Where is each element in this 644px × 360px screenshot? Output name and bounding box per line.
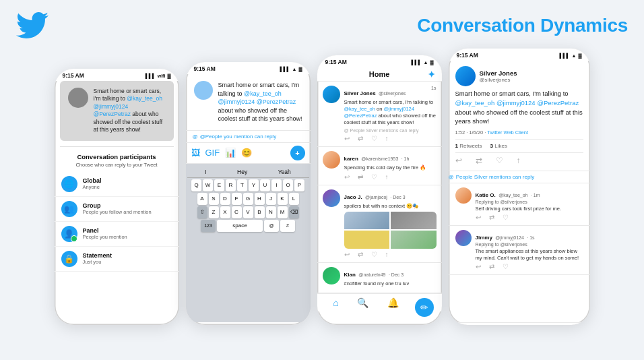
compose-avatar xyxy=(194,81,213,100)
key-row-2: ASDFGHJKL xyxy=(187,193,309,205)
reply-icon[interactable]: ↩ xyxy=(476,263,481,270)
signal-icon: ▌▌▌ xyxy=(560,53,570,58)
phone-4: 9:15 AM ▌▌▌ ▲ ▓ Silver Jones @silverjone… xyxy=(449,49,590,325)
signal-icon: ▌▌▌ xyxy=(146,73,156,78)
tweet-submit-button[interactable]: + xyxy=(290,146,305,160)
emoji-icon[interactable]: 😊 xyxy=(241,148,252,158)
tweet-avatar xyxy=(68,88,88,108)
main-tweet: Silver Jones @silverjones Smart home or … xyxy=(449,61,590,171)
reply-icon[interactable]: ↩ xyxy=(344,135,350,142)
lock-icon: 🔒 xyxy=(61,251,77,267)
retweet-icon[interactable]: ⇄ xyxy=(489,263,494,270)
compose-button[interactable]: ✏ xyxy=(415,298,434,317)
phone-4-content: Silver Jones @silverjones Smart home or … xyxy=(449,61,590,322)
phone-2-content: Smart home or smart cars, I'm talking to… xyxy=(186,74,311,322)
option-panel[interactable]: 👤 Panel People you mention xyxy=(55,222,179,247)
page-title: Conversation Dynamics xyxy=(417,15,628,36)
reply-icon[interactable]: ↩ xyxy=(476,214,481,221)
globe-icon: 🌐 xyxy=(61,176,77,192)
tweet-avatar xyxy=(323,267,340,284)
phone-1-content: Smart home or smart cars, I'm talking to… xyxy=(55,81,179,322)
alerts-nav-icon[interactable]: 🔔 xyxy=(387,297,399,308)
share-icon[interactable]: ↑ xyxy=(385,173,389,181)
share-icon[interactable]: ↑ xyxy=(385,251,389,258)
retweet-icon[interactable]: ⇄ xyxy=(489,214,494,221)
tweet-item[interactable]: Kian @natureln49 · Dec 3 #nofilter found… xyxy=(317,263,442,293)
reply-icon[interactable]: ↩ xyxy=(344,251,350,258)
like-icon[interactable]: ♡ xyxy=(496,156,503,165)
gif-icon[interactable]: GIF xyxy=(205,148,220,158)
phone-2: 9:15 AM ▌▌▌ ▲ ▓ Smart home or smart cars… xyxy=(186,62,311,325)
keyboard: I Hey Yeah QWERTYUIOP ASDFGHJKL ⇧ ZXCVBN… xyxy=(186,164,311,322)
phone-2-status: 9:15 AM ▌▌▌ ▲ ▓ xyxy=(186,62,311,74)
tweet-avatar xyxy=(323,151,340,169)
home-nav-icon[interactable]: ⌂ xyxy=(333,297,338,308)
main-tweet-avatar xyxy=(455,66,476,86)
mention-note: @ @People you mention can reply xyxy=(186,131,311,143)
mention-note: @ People Silver mentions can reply xyxy=(449,171,590,183)
bottom-nav-4: ⌂ 🔍 🔔 ✉ xyxy=(449,322,590,325)
retweet-icon[interactable]: ⇄ xyxy=(358,173,363,181)
key-row-4: 123 space @ # xyxy=(187,220,309,232)
reply-avatar xyxy=(455,187,472,204)
reply-icon[interactable]: ↩ xyxy=(344,173,350,181)
share-icon[interactable]: ↑ xyxy=(517,156,521,165)
battery-icon: ▓ xyxy=(430,60,433,65)
at-icon: @ xyxy=(344,128,349,133)
group-icon: 👥 xyxy=(61,201,77,217)
image-icon[interactable]: 🖼 xyxy=(191,148,200,158)
battery-icon: ▓ xyxy=(578,53,581,58)
reply-item[interactable]: Jimmy @jimmyj0124 · 1s Replying to @silv… xyxy=(449,226,590,275)
participants-subtitle: Choose who can reply to your Tweet xyxy=(55,162,179,168)
like-icon[interactable]: ♡ xyxy=(503,263,509,270)
at-icon: @ xyxy=(193,133,198,140)
tweet-item[interactable]: karen @karenisme1953 · 1h Spending this … xyxy=(317,147,442,185)
home-nav: Home ✦ xyxy=(317,67,442,82)
retweet-icon[interactable]: ⇄ xyxy=(358,251,363,258)
key-suggestions: I Hey Yeah xyxy=(187,167,309,178)
option-statement[interactable]: 🔒 Statement Just you xyxy=(55,247,179,272)
like-icon[interactable]: ♡ xyxy=(371,135,377,142)
like-icon[interactable]: ♡ xyxy=(371,251,377,258)
phone-1: 9:15 AM ▌▌▌ wifi ▓ Smart home or smart c… xyxy=(55,69,179,325)
compose-tweet: Smart home or smart cars, I'm talking to… xyxy=(186,74,311,131)
tweet-item[interactable]: Jaco J. @jamjacoj · Dec 3 spoilers but w… xyxy=(317,185,442,263)
search-nav-icon[interactable]: 🔍 xyxy=(357,297,368,308)
phone-3: 9:15 AM ▌▌▌ ▲ ▓ Home ✦ Silver Jones @sil… xyxy=(317,55,442,325)
star-icon[interactable]: ✦ xyxy=(428,69,435,80)
key-row-1: QWERTYUIOP xyxy=(187,179,309,191)
nav-title: Home xyxy=(369,70,390,78)
tweet-item[interactable]: Silver Jones @silverjones 1s Smart home … xyxy=(317,82,442,147)
divider xyxy=(60,146,174,147)
compose-toolbar[interactable]: 🖼 GIF 📊 😊 + xyxy=(186,143,311,164)
retweet-icon[interactable]: ⇄ xyxy=(476,156,482,165)
panel-icon: 👤 xyxy=(61,226,77,242)
phones-container: 9:15 AM ▌▌▌ wifi ▓ Smart home or smart c… xyxy=(16,49,628,325)
panel-badge xyxy=(71,235,77,242)
key-row-3: ⇧ ZXCVBNM ⌫ xyxy=(187,206,309,218)
tweet-image-grid xyxy=(344,212,437,249)
participants-title: Conversation participants xyxy=(55,153,179,160)
reply-icon[interactable]: ↩ xyxy=(455,156,462,165)
reply-item[interactable]: Katie O. @kay_tee_oh · 1m Replying to @s… xyxy=(449,183,590,226)
wifi-icon: ▲ xyxy=(292,67,296,71)
wifi-icon: ▲ xyxy=(423,60,428,65)
like-icon[interactable]: ♡ xyxy=(371,173,377,181)
chart-icon[interactable]: 📊 xyxy=(225,148,236,158)
battery-icon: ▓ xyxy=(298,67,302,71)
page-header: Conversation Dynamics xyxy=(16,12,628,39)
wifi-icon: wifi xyxy=(158,73,166,78)
option-group[interactable]: 👥 Group People you follow and mention xyxy=(55,197,179,222)
share-icon[interactable]: ↑ xyxy=(385,135,389,142)
twitter-logo xyxy=(16,12,49,39)
at-icon: @ xyxy=(449,174,454,180)
retweet-icon[interactable]: ⇄ xyxy=(358,135,363,142)
reply-avatar xyxy=(455,230,472,246)
tweet-avatar xyxy=(323,189,340,207)
phone-1-status: 9:15 AM ▌▌▌ wifi ▓ xyxy=(55,69,179,81)
signal-icon: ▌▌▌ xyxy=(412,60,422,65)
wifi-icon: ▲ xyxy=(571,53,576,58)
like-icon[interactable]: ♡ xyxy=(503,214,509,221)
feed-scroll: Silver Jones @silverjones 1s Smart home … xyxy=(317,82,442,293)
option-global[interactable]: 🌐 Global Anyone xyxy=(55,172,179,197)
